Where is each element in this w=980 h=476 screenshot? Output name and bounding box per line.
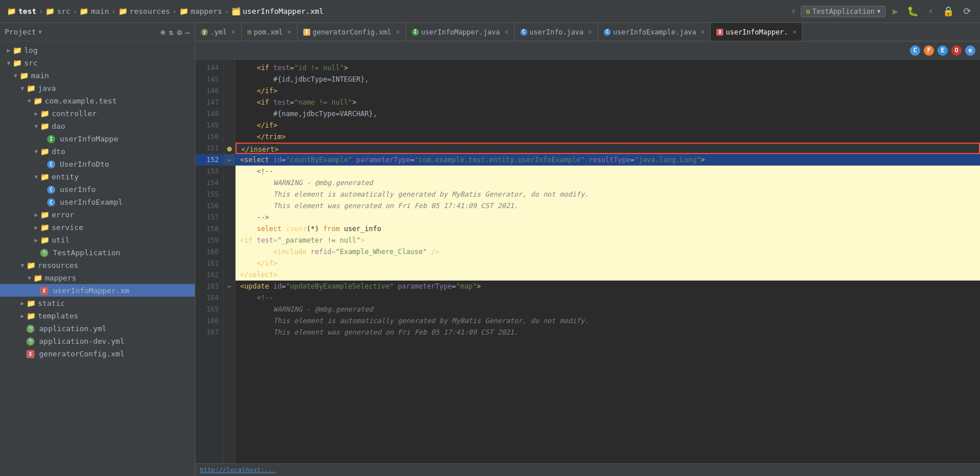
sidebar-item-generatorconfig[interactable]: X generatorConfig.xml — [0, 347, 195, 360]
folder-icon-static: 📁 — [26, 299, 36, 308]
run-config-dropdown-icon[interactable]: ▼ — [877, 8, 881, 14]
breadcrumb-src[interactable]: src — [57, 7, 70, 16]
breadcrumb-main[interactable]: main — [91, 7, 109, 16]
ln-145: 145 — [195, 74, 223, 85]
breadcrumb-folder-icon2: 📁 — [45, 7, 55, 16]
gear-icon[interactable]: ⚙ — [177, 28, 182, 37]
sidebar-item-templates[interactable]: ▶ 📁 templates — [0, 309, 195, 322]
sidebar-item-error[interactable]: ▶ 📁 error — [0, 208, 195, 221]
sidebar-item-application-yml[interactable]: 🍃 application.yml — [0, 322, 195, 335]
breadcrumb-file[interactable]: userInfoMapper.xml — [243, 7, 324, 16]
debug-button[interactable]: 🐛 — [905, 5, 921, 18]
code-line-155: This element is automatically generated … — [236, 189, 980, 200]
tree-arrow-com: ▼ — [25, 98, 33, 104]
sidebar-item-static[interactable]: ▶ 📁 static — [0, 297, 195, 309]
sidebar-item-log[interactable]: ▶ 📁 log — [0, 44, 195, 56]
tree-label-entity: entity — [52, 172, 79, 181]
tab-userinfomapper-xml[interactable]: X userInfoMapper. × — [711, 23, 802, 41]
ln-153: 153 — [195, 166, 223, 177]
tree-label-mapperxml: userInfoMapper.xm — [53, 286, 129, 295]
chrome-icon[interactable]: C — [910, 45, 920, 56]
folder-icon-dto: 📁 — [40, 147, 49, 156]
sidebar-dropdown-icon[interactable]: ▼ — [38, 29, 42, 35]
tab-generatorconfig[interactable]: X generatorConfig.xml × — [298, 23, 406, 41]
add-icon[interactable]: ⊕ — [160, 28, 165, 37]
ln-162: 162 — [195, 269, 223, 281]
collapse-icon[interactable]: — — [186, 28, 190, 37]
tab-userinfomapper-java[interactable]: I userInfoMapper.java × — [406, 23, 515, 41]
sidebar-item-dao[interactable]: ▼ 📁 dao — [0, 120, 195, 132]
tab-userinfo-java[interactable]: C userInfo.java × — [515, 23, 599, 41]
sidebar-item-main[interactable]: ▼ 📁 main — [0, 69, 195, 82]
edge-icon[interactable]: E — [937, 45, 948, 56]
code-lines[interactable]: <if test="id != null"> #{id,jdbcType=INT… — [236, 60, 980, 463]
sidebar-item-src[interactable]: ▼ 📁 src — [0, 56, 195, 69]
tab-icon-pomxml: m — [248, 28, 252, 36]
ln-166: 166 — [195, 315, 223, 327]
tab-label-userinfomapper-java: userInfoMapper.java — [421, 28, 500, 36]
code-line-157: --> — [236, 212, 980, 223]
sidebar-icons: ⊕ ⇅ ⚙ — — [160, 28, 190, 37]
sidebar-item-mappers[interactable]: ▼ 📁 mappers — [0, 271, 195, 284]
tab-pomxml[interactable]: m pom.xml × — [242, 23, 298, 41]
tab-close-userinfoexample-java[interactable]: × — [701, 28, 705, 36]
opera-icon[interactable]: O — [951, 45, 962, 56]
status-url[interactable]: http://localhost:... — [200, 466, 276, 474]
tab-yml[interactable]: y .yml × — [195, 23, 242, 41]
sidebar-item-util[interactable]: ▶ 📁 util — [0, 233, 195, 246]
sidebar-item-service[interactable]: ▶ 📁 service — [0, 221, 195, 233]
tab-close-userinfomapper-java[interactable]: × — [504, 28, 508, 36]
folder-icon-log: 📁 — [13, 46, 22, 55]
settings-button[interactable]: 🔒 — [940, 5, 956, 18]
ln-154: 154 — [195, 177, 223, 189]
sidebar-item-testapplication[interactable]: 🍃 TestApplication — [0, 246, 195, 259]
tab-close-yml[interactable]: × — [232, 28, 236, 36]
breadcrumb-resources[interactable]: resources — [130, 7, 170, 16]
magic-wand-icon[interactable]: ⚡ — [790, 6, 796, 17]
update-button[interactable]: ⟳ — [961, 5, 973, 18]
code-line-156: This element was generated on Fri Feb 05… — [236, 200, 980, 212]
code-line-148: #{name,jdbcType=VARCHAR}, — [236, 108, 980, 120]
gutter-154 — [224, 177, 235, 189]
tab-label-userinfomapper-xml: userInfoMapper. — [726, 28, 788, 36]
tree-label-appdevyml: application-dev.yml — [39, 337, 125, 346]
breadcrumb-test[interactable]: test — [18, 7, 36, 16]
tab-close-userinfomapper-xml[interactable]: × — [793, 28, 797, 36]
folder-icon-dao: 📁 — [40, 122, 49, 130]
sync-icon[interactable]: ⇅ — [169, 28, 173, 37]
tab-close-generatorconfig[interactable]: × — [396, 28, 400, 36]
sidebar-item-controller[interactable]: ▶ 📁 controller — [0, 107, 195, 120]
code-editor[interactable]: 144 145 146 147 148 149 150 151 152 153 … — [195, 60, 980, 463]
sidebar-item-application-dev-yml[interactable]: 🍃 application-dev.yml — [0, 335, 195, 347]
tab-icon-yml: y — [201, 29, 208, 36]
sidebar-item-userinfodto[interactable]: C UserInfoDto — [0, 158, 195, 170]
sidebar-item-entity[interactable]: ▼ 📁 entity — [0, 170, 195, 183]
tree-label-dto: dto — [52, 147, 65, 156]
sidebar-item-userinfomapper-xml[interactable]: X userInfoMapper.xm — [0, 284, 195, 297]
breadcrumb-mappers[interactable]: mappers — [191, 7, 222, 16]
sidebar-item-userinfomapper-java[interactable]: I userInfoMappe — [0, 132, 195, 145]
code-line-166: This element is automatically generated … — [236, 315, 980, 327]
run-button[interactable]: ▶ — [890, 5, 901, 18]
sidebar-item-com-example-test[interactable]: ▼ 📁 com.example.test — [0, 94, 195, 107]
ln-149: 149 — [195, 120, 223, 131]
sidebar-item-dto[interactable]: ▼ 📁 dto — [0, 145, 195, 158]
browser-bar: C F E O e — [195, 41, 980, 60]
gutter-153 — [224, 166, 235, 177]
sidebar-item-java[interactable]: ▼ 📁 java — [0, 82, 195, 94]
ie-icon[interactable]: e — [965, 45, 975, 56]
gutter-157 — [224, 212, 235, 223]
sidebar-item-userinfo[interactable]: C userInfo — [0, 183, 195, 195]
firefox-icon[interactable]: F — [924, 45, 934, 56]
tab-close-userinfo-java[interactable]: × — [588, 28, 592, 36]
tree-arrow-service: ▶ — [32, 224, 40, 231]
tree-label-templates: templates — [38, 312, 78, 320]
sidebar-item-userinfoexample[interactable]: C userInfoExampl — [0, 195, 195, 208]
coverage-button[interactable]: ⚡ — [925, 5, 936, 18]
tab-label-generatorconfig: generatorConfig.xml — [312, 28, 391, 36]
run-config[interactable]: ⚙ TestApplication ▼ — [801, 6, 886, 17]
tab-close-pomxml[interactable]: × — [287, 28, 291, 36]
gutter-146 — [224, 85, 235, 97]
tab-userinfoexample-java[interactable]: C userInfoExample.java × — [598, 23, 711, 41]
sidebar-item-resources[interactable]: ▼ 📁 resources — [0, 259, 195, 271]
